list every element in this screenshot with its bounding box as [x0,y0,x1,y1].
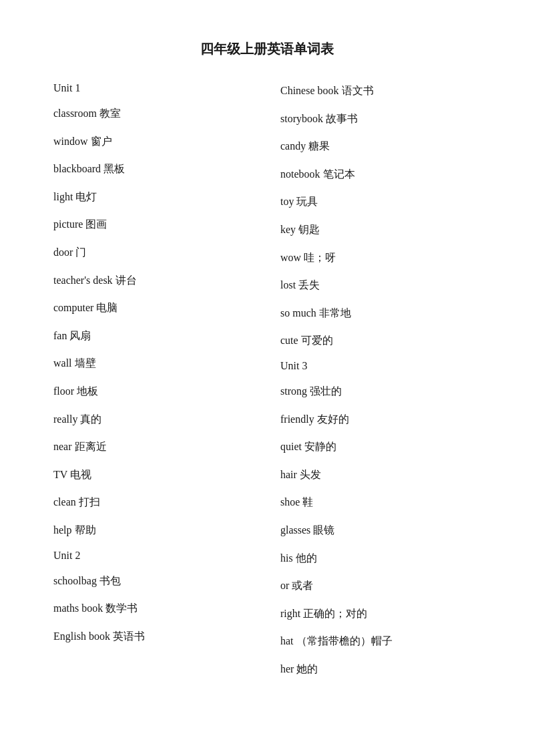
vocab-item: near 距离近 [53,433,254,461]
vocab-item: help 帮助 [53,516,254,544]
column-right: Chinese book 语文书storybook 故事书candy 糖果not… [280,77,481,683]
vocab-item: friendly 友好的 [280,405,481,433]
unit-heading: Unit 1 [53,77,254,100]
vocab-item: glasses 眼镜 [280,516,481,544]
vocab-item: his 他的 [280,544,481,572]
vocab-grid: Unit 1classroom 教室window 窗户blackboard 黑板… [53,77,481,683]
vocab-item: classroom 教室 [53,100,254,128]
vocab-item: hair 头发 [280,461,481,489]
vocab-item: so much 非常地 [280,299,481,327]
vocab-item: key 钥匙 [280,216,481,244]
vocab-item: light 电灯 [53,183,254,211]
vocab-item: storybook 故事书 [280,105,481,133]
vocab-item: clean 打扫 [53,488,254,516]
vocab-item: teacher's desk 讲台 [53,266,254,295]
vocab-item: wow 哇；呀 [280,244,481,272]
unit-heading: Unit 3 [280,355,481,377]
vocab-item: picture 图画 [53,210,254,238]
vocab-item: shoe 鞋 [280,488,481,516]
vocab-item: her 她的 [280,655,481,683]
vocab-item: candy 糖果 [280,132,481,160]
vocab-item: door 门 [53,238,254,266]
vocab-item: notebook 笔记本 [280,160,481,188]
vocab-item: hat （常指带檐的）帽子 [280,627,481,655]
vocab-item: or 或者 [280,572,481,600]
vocab-item: English book 英语书 [53,622,254,650]
unit-heading: Unit 2 [53,544,254,567]
vocab-item: toy 玩具 [280,188,481,216]
vocab-item: window 窗户 [53,128,254,156]
vocab-item: fan 风扇 [53,322,254,350]
page-title: 四年级上册英语单词表 [53,40,481,58]
vocab-item: right 正确的；对的 [280,600,481,628]
vocab-item: floor 地板 [53,377,254,405]
vocab-item: Chinese book 语文书 [280,77,481,105]
vocab-item: schoolbag 书包 [53,567,254,595]
vocab-item: blackboard 黑板 [53,155,254,183]
vocab-item: strong 强壮的 [280,377,481,405]
vocab-item: really 真的 [53,405,254,433]
column-left: Unit 1classroom 教室window 窗户blackboard 黑板… [53,77,254,683]
vocab-item: wall 墙壁 [53,349,254,377]
vocab-item: lost 丢失 [280,271,481,299]
vocab-item: computer 电脑 [53,294,254,322]
vocab-item: cute 可爱的 [280,327,481,355]
vocab-item: quiet 安静的 [280,433,481,461]
vocab-item: TV 电视 [53,461,254,489]
vocab-item: maths book 数学书 [53,594,254,622]
